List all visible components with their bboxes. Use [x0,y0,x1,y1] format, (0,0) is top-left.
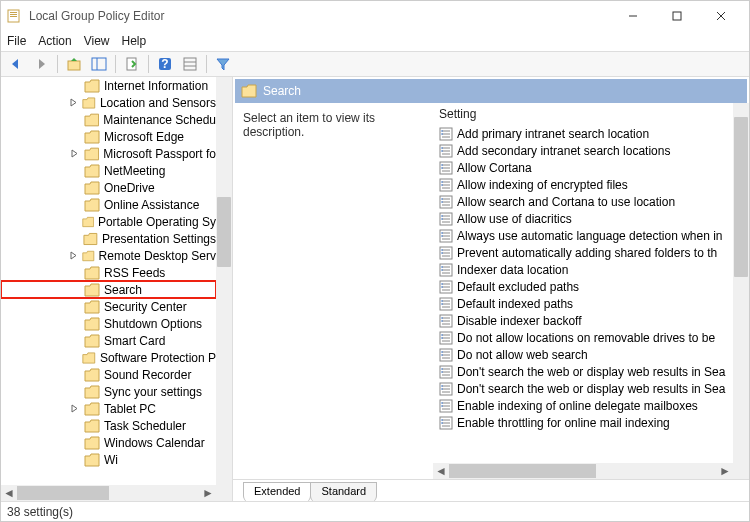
setting-item[interactable]: Default indexed paths [433,295,733,312]
tree-item[interactable]: Maintenance Schedu [1,111,216,128]
tree-item[interactable]: Internet Information [1,77,216,94]
setting-item[interactable]: Do not allow locations on removable driv… [433,329,733,346]
settings-list[interactable]: Setting Add primary intranet search loca… [433,103,749,479]
tree-item[interactable]: Location and Sensors [1,94,216,111]
tree-item[interactable]: Remote Desktop Serv [1,247,216,264]
svg-point-57 [441,232,443,234]
menu-file[interactable]: File [7,34,26,48]
up-button[interactable] [63,53,85,75]
setting-item[interactable]: Allow Cortana [433,159,733,176]
tree-item[interactable]: NetMeeting [1,162,216,179]
show-hide-tree-button[interactable] [88,53,110,75]
tree-item[interactable]: OneDrive [1,179,216,196]
tree-item[interactable]: Shutdown Options [1,315,216,332]
svg-point-39 [441,181,443,183]
svg-point-58 [441,235,443,237]
folder-icon [84,266,100,280]
svg-point-45 [441,198,443,200]
setting-item[interactable]: Indexer data location [433,261,733,278]
tree-item[interactable]: Windows Calendar [1,434,216,451]
setting-label: Enable indexing of online delegate mailb… [457,399,698,413]
tree-vertical-scrollbar[interactable] [216,77,232,485]
help-button[interactable]: ? [154,53,176,75]
tab-extended[interactable]: Extended [243,482,311,501]
setting-item[interactable]: Don't search the web or display web resu… [433,380,733,397]
maximize-button[interactable] [655,2,699,30]
svg-point-75 [441,283,443,285]
tree-item[interactable]: Sync your settings [1,383,216,400]
tree-item[interactable]: RSS Feeds [1,264,216,281]
setting-item[interactable]: Prevent automatically adding shared fold… [433,244,733,261]
setting-item[interactable]: Don't search the web or display web resu… [433,363,733,380]
tree-item[interactable]: Smart Card [1,332,216,349]
expand-icon[interactable] [69,98,78,107]
svg-point-46 [441,201,443,203]
properties-button[interactable] [179,53,201,75]
setting-item[interactable]: Add primary intranet search location [433,125,733,142]
tree-item-label: Search [104,283,142,297]
tree-item-label: Tablet PC [104,402,156,416]
tree-item-label: Microsoft Edge [104,130,184,144]
folder-icon [84,334,100,348]
tree-item[interactable]: Microsoft Edge [1,128,216,145]
close-button[interactable] [699,2,743,30]
tree-item[interactable]: Security Center [1,298,216,315]
setting-item[interactable]: Allow search and Cortana to use location [433,193,733,210]
tree-item[interactable]: Portable Operating Sy [1,213,216,230]
setting-item[interactable]: Enable indexing of online delegate mailb… [433,397,733,414]
tree-item[interactable]: Wi [1,451,216,468]
tree-item[interactable]: Microsoft Passport fo [1,145,216,162]
tree-horizontal-scrollbar[interactable]: ◄► [1,485,216,501]
tree-item-label: Online Assistance [104,198,199,212]
menu-view[interactable]: View [84,34,110,48]
setting-item[interactable]: Add secondary intranet search locations [433,142,733,159]
filter-button[interactable] [212,53,234,75]
setting-label: Add primary intranet search location [457,127,649,141]
tree-item[interactable]: Presentation Settings [1,230,216,247]
setting-item[interactable]: Enable throttling for online mail indexi… [433,414,733,431]
minimize-button[interactable] [611,2,655,30]
folder-icon [82,96,96,110]
setting-item[interactable]: Disable indexer backoff [433,312,733,329]
tree-item[interactable]: Online Assistance [1,196,216,213]
settings-horizontal-scrollbar[interactable]: ◄► [433,463,733,479]
expand-icon[interactable] [69,149,80,158]
setting-item[interactable]: Do not allow web search [433,346,733,363]
column-header-setting[interactable]: Setting [433,103,733,125]
description-area: Select an item to view its description. [233,103,433,479]
back-button[interactable] [5,53,27,75]
folder-icon [84,198,100,212]
folder-icon [84,113,100,127]
svg-rect-3 [10,16,17,17]
svg-point-118 [441,405,443,407]
expand-icon[interactable] [69,404,80,413]
details-pane: Search Select an item to view its descri… [233,77,749,501]
tree[interactable]: Internet InformationLocation and Sensors… [1,77,232,501]
svg-point-124 [441,422,443,424]
tree-item-label: Location and Sensors [100,96,216,110]
folder-icon [84,419,100,433]
tab-standard[interactable]: Standard [310,482,377,501]
policy-icon [439,161,453,175]
setting-item[interactable]: Allow indexing of encrypted files [433,176,733,193]
menu-action[interactable]: Action [38,34,71,48]
folder-icon [84,436,100,450]
tree-item[interactable]: Tablet PC [1,400,216,417]
expand-icon[interactable] [69,251,78,260]
svg-point-64 [441,252,443,254]
tree-item[interactable]: Search [1,281,216,298]
svg-point-100 [441,354,443,356]
tree-item[interactable]: Task Scheduler [1,417,216,434]
export-button[interactable] [121,53,143,75]
setting-label: Always use automatic language detection … [457,229,723,243]
settings-vertical-scrollbar[interactable] [733,103,749,463]
setting-item[interactable]: Always use automatic language detection … [433,227,733,244]
folder-icon [84,317,100,331]
setting-item[interactable]: Default excluded paths [433,278,733,295]
forward-button[interactable] [30,53,52,75]
svg-rect-8 [68,61,80,70]
menu-help[interactable]: Help [122,34,147,48]
tree-item[interactable]: Software Protection P [1,349,216,366]
setting-item[interactable]: Allow use of diacritics [433,210,733,227]
tree-item[interactable]: Sound Recorder [1,366,216,383]
